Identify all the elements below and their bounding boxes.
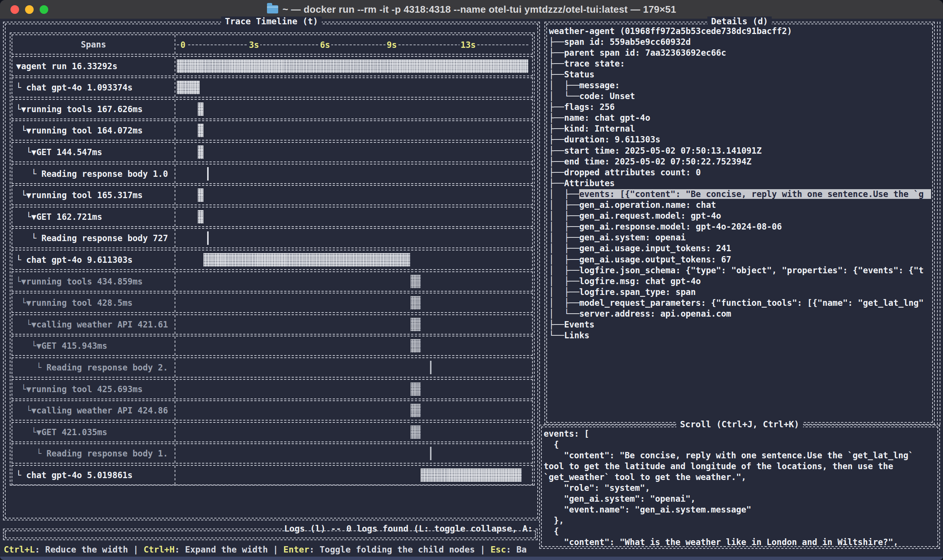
span-duration-bar xyxy=(430,447,431,460)
details-panel[interactable]: Details (d) weather-agent (01968ff972a5b… xyxy=(545,22,935,425)
span-bar-cell xyxy=(175,315,532,334)
details-line[interactable]: ├──start time: 2025-05-02 07:50:13.14109… xyxy=(549,145,931,156)
details-line[interactable]: ├──kind: Internal xyxy=(549,123,931,134)
span-bar-cell xyxy=(175,78,532,97)
details-line[interactable]: ├──duration: 9.611303s xyxy=(549,134,931,145)
span-row[interactable]: └ Reading response body 1.0 xyxy=(12,164,533,184)
span-bar-cell xyxy=(175,358,532,377)
keybind-key: Enter xyxy=(283,545,309,554)
span-label: └▼GET 144.547ms xyxy=(12,143,175,162)
details-line[interactable]: │ ├──logfire.msg: chat gpt-4o xyxy=(549,275,931,286)
span-bar-cell xyxy=(175,229,532,248)
span-label: └ chat gpt-4o 5.019861s xyxy=(12,466,175,485)
span-row[interactable]: └▼running tool 164.072ms xyxy=(12,120,533,140)
span-duration-bar xyxy=(411,275,421,288)
span-bar-cell xyxy=(175,251,532,269)
details-line[interactable]: │ ├──model_request_parameters: {"functio… xyxy=(549,297,931,308)
axis-tick: 6s xyxy=(319,39,331,51)
keybind-description: : Reduce the width xyxy=(35,545,128,554)
details-line-selected[interactable]: │ ├──events: [{"content": "Be concise, r… xyxy=(549,188,931,199)
details-line[interactable]: │ ├──gen_ai.response.model: gpt-4o-2024-… xyxy=(549,221,931,232)
details-line[interactable]: ├──dropped attributes count: 0 xyxy=(549,167,931,178)
details-line[interactable]: weather-agent (01968ff972a5b53cede738dc9… xyxy=(549,25,931,36)
scroll-panel[interactable]: Scroll (Ctrl+J, Ctrl+K) events: [ { "con… xyxy=(539,425,940,549)
span-duration-bar xyxy=(411,404,421,417)
span-row[interactable]: └ chat gpt-4o 5.019861s xyxy=(12,465,533,485)
span-row[interactable]: └ Reading response body 727 xyxy=(12,228,533,248)
span-label: ▼agent run 16.33292s xyxy=(12,57,175,75)
details-line[interactable]: │ ├──logfire.span_type: span xyxy=(549,286,931,297)
window-title: ~ — docker run --rm -it -p 4318:4318 --n… xyxy=(267,4,677,15)
details-line[interactable]: │ ├──gen_ai.operation.name: chat xyxy=(549,200,931,211)
details-line[interactable]: ├──trace state: xyxy=(549,58,931,69)
logs-panel[interactable]: Logs (l) -- 0 logs found (L: toggle coll… xyxy=(3,529,538,540)
span-row[interactable]: └▼GET 421.035ms xyxy=(12,422,533,442)
span-duration-bar xyxy=(430,361,431,374)
folder-icon xyxy=(267,5,278,14)
details-line[interactable]: ├──Events xyxy=(549,319,931,330)
span-row[interactable]: └▼GET 144.547ms xyxy=(12,142,533,162)
keybind-key: Esc xyxy=(491,545,506,554)
span-duration-bar xyxy=(207,167,209,180)
span-row[interactable]: └▼running tools 167.626ms xyxy=(12,99,533,119)
span-row[interactable]: └▼GET 162.721ms xyxy=(12,207,533,227)
details-line[interactable]: ├──end time: 2025-05-02 07:50:22.752394Z xyxy=(549,156,931,167)
details-line[interactable]: ├──Attributes xyxy=(549,178,931,188)
span-duration-bar xyxy=(203,253,410,266)
details-line[interactable]: │ ├──gen_ai.usage.input_tokens: 241 xyxy=(549,243,931,254)
titlebar: ~ — docker run --rm -it -p 4318:4318 --n… xyxy=(0,0,943,19)
span-bar-cell xyxy=(175,423,532,442)
scroll-line: "content": "Be concise, reply with one s… xyxy=(544,451,936,461)
span-label: └ chat gpt-4o 9.611303s xyxy=(12,251,175,269)
close-button[interactable] xyxy=(11,5,19,14)
keybind-description: : Ba xyxy=(506,545,526,554)
details-line[interactable]: ├──parent span id: 7aa32363692ec66c xyxy=(549,47,931,58)
span-label: └▼GET 421.035ms xyxy=(12,423,175,442)
details-line[interactable]: │ ├──gen_ai.system: openai xyxy=(549,232,931,243)
details-line[interactable]: │ └──server.address: api.openai.com xyxy=(549,308,931,319)
span-row[interactable]: └ chat gpt-4o 9.611303s xyxy=(12,250,533,270)
span-row[interactable]: └▼running tool 428.5ms xyxy=(12,293,533,313)
span-bar-cell xyxy=(175,208,532,226)
zoom-button[interactable] xyxy=(40,5,48,14)
details-panel-title: Details (d) xyxy=(708,17,772,26)
span-label: └▼calling weather API 424.86 xyxy=(12,401,175,420)
span-bar-cell xyxy=(175,165,532,183)
span-row[interactable]: ▼agent run 16.33292s xyxy=(12,56,533,76)
span-duration-bar xyxy=(411,382,421,396)
details-line[interactable]: └──Links xyxy=(549,330,931,341)
span-row[interactable]: └▼GET 415.943ms xyxy=(12,336,533,356)
details-line[interactable]: │ ├──logfire.json_schema: {"type": "obje… xyxy=(549,265,931,275)
details-line[interactable]: │ ├──message: xyxy=(549,80,931,91)
keybind-key: Ctrl+H xyxy=(143,545,175,554)
trace-timeline-title: Trace Timeline (t) xyxy=(221,17,322,26)
span-row[interactable]: └ Reading response body 1. xyxy=(12,443,533,463)
details-line[interactable]: │ └──code: Unset xyxy=(549,91,931,102)
span-row[interactable]: └ Reading response body 2. xyxy=(12,357,533,378)
status-separator: | xyxy=(128,545,143,554)
details-line[interactable]: ├──flags: 256 xyxy=(549,102,931,112)
details-line[interactable]: ├──Status xyxy=(549,69,931,80)
details-line[interactable]: ├──name: chat gpt-4o xyxy=(549,112,931,123)
axis-tick: 0 xyxy=(179,39,186,51)
spans-column-header: Spans xyxy=(12,35,175,54)
span-bar-cell xyxy=(175,143,532,162)
span-row[interactable]: └▼running tool 165.317ms xyxy=(12,185,533,205)
minimize-button[interactable] xyxy=(25,5,34,14)
span-row[interactable]: └ chat gpt-4o 1.093374s xyxy=(12,77,533,98)
span-row[interactable]: └▼calling weather API 424.86 xyxy=(12,400,533,420)
scroll-line: events: [ xyxy=(544,429,936,440)
details-line[interactable]: │ ├──gen_ai.request.model: gpt-4o xyxy=(549,211,931,221)
details-tree: weather-agent (01968ff972a5b53cede738dc9… xyxy=(549,25,931,421)
span-duration-bar xyxy=(198,188,203,202)
details-scrollbar-track[interactable] xyxy=(937,22,940,425)
trace-timeline-panel[interactable]: Trace Timeline (t) Spans 03s6s9s13s ▼age… xyxy=(3,22,540,520)
span-row[interactable]: └▼running tool 425.693ms xyxy=(12,379,533,399)
span-duration-bar xyxy=(411,339,421,352)
details-line[interactable]: │ ├──gen_ai.usage.output_tokens: 67 xyxy=(549,254,931,265)
span-bar-cell xyxy=(175,380,532,398)
span-duration-bar xyxy=(421,468,521,482)
details-line[interactable]: ├──span id: 559ab5e9cc60932d xyxy=(549,36,931,47)
span-row[interactable]: └▼running tools 434.859ms xyxy=(12,271,533,292)
span-row[interactable]: └▼calling weather API 421.61 xyxy=(12,314,533,335)
